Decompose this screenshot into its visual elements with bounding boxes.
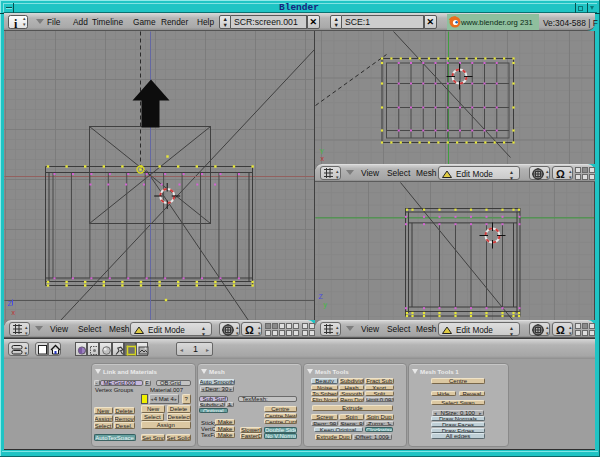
svg-text:y: y bbox=[324, 301, 328, 309]
svg-text:▾: ▾ bbox=[25, 330, 28, 336]
svg-text:▾: ▾ bbox=[336, 174, 339, 180]
svg-text:x: x bbox=[321, 155, 325, 162]
svg-text:Ω: Ω bbox=[556, 324, 565, 336]
svg-text:▼: ▼ bbox=[509, 175, 514, 181]
svg-text:Edit Mode: Edit Mode bbox=[456, 326, 493, 335]
svg-text:Edit Mode: Edit Mode bbox=[456, 170, 493, 179]
svg-text:▾: ▾ bbox=[569, 174, 572, 180]
svg-text:Edit Mode: Edit Mode bbox=[148, 326, 185, 335]
svg-text:▾: ▾ bbox=[546, 330, 549, 336]
svg-text:▾: ▾ bbox=[546, 174, 549, 180]
svg-text:▾: ▾ bbox=[336, 330, 339, 336]
svg-text:▾: ▾ bbox=[25, 350, 28, 356]
svg-text:▾: ▾ bbox=[569, 330, 572, 336]
svg-text:▼: ▼ bbox=[201, 331, 206, 337]
svg-text:Z: Z bbox=[8, 300, 13, 307]
svg-text:Z: Z bbox=[319, 293, 324, 300]
svg-text:▼: ▼ bbox=[509, 331, 514, 337]
svg-text:Ω: Ω bbox=[556, 168, 565, 180]
svg-text:Y: Y bbox=[320, 148, 325, 155]
svg-text:▾: ▾ bbox=[258, 330, 261, 336]
svg-text:x: x bbox=[12, 309, 16, 316]
svg-text:Ω: Ω bbox=[245, 324, 254, 336]
svg-text:▾: ▾ bbox=[236, 330, 239, 336]
